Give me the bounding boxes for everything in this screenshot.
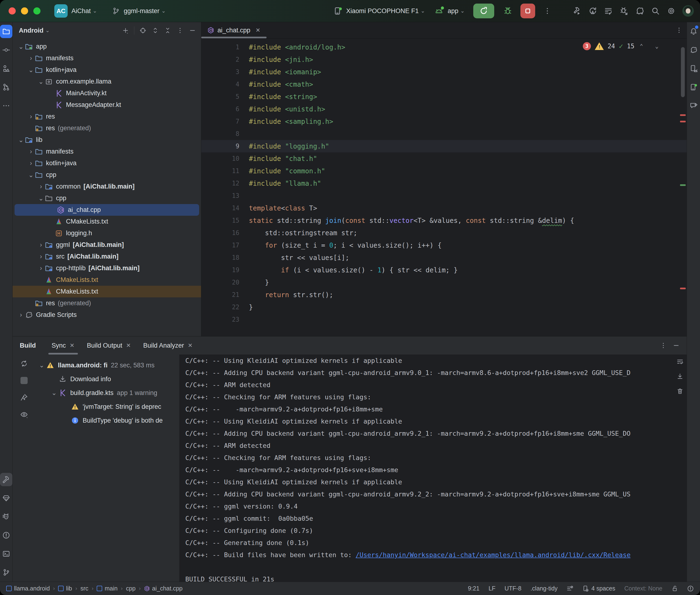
chevron-down-icon[interactable]: ⌄: [49, 389, 59, 397]
run-configuration-selector[interactable]: app ⌄: [435, 7, 465, 15]
chevron-down-icon[interactable]: ⌄: [27, 171, 35, 179]
rerun-button[interactable]: [473, 4, 494, 18]
inspection-widget[interactable]: 3 24 ✓ 15 ⌃ ⌄: [583, 42, 663, 50]
chevron-right-icon[interactable]: ›: [37, 264, 45, 272]
tree-item-gradle-scripts[interactable]: ›Gradle Scripts: [12, 309, 201, 321]
close-tab-icon[interactable]: ✕: [70, 342, 75, 349]
user-avatar[interactable]: [682, 5, 694, 17]
tree-item-ggml[interactable]: ›ggml[AiChat.lib.main]: [12, 239, 201, 251]
stop-build-icon[interactable]: [21, 377, 28, 384]
event-log[interactable]: [687, 585, 694, 592]
code-line-15[interactable]: 15static std::string join(const std::vec…: [201, 214, 687, 227]
project-view-selector[interactable]: Android: [19, 27, 43, 34]
lock-toggle[interactable]: [671, 585, 678, 592]
code-line-23[interactable]: 23: [201, 313, 687, 326]
panel-options-kebab-icon[interactable]: [660, 342, 667, 349]
indent-config[interactable]: 4 spaces: [582, 585, 615, 592]
chevron-right-icon[interactable]: ›: [27, 160, 35, 167]
tree-item-cmakelists-txt[interactable]: CMakeLists.txt: [12, 216, 201, 227]
code-line-18[interactable]: 18 str << values[i];: [201, 251, 687, 264]
code-area[interactable]: 3 24 ✓ 15 ⌃ ⌄ 1#include <android/log.h>2…: [201, 38, 687, 336]
code-line-11[interactable]: 11#include "common.h": [201, 165, 687, 177]
tree-item-src[interactable]: ›src[AiChat.lib.main]: [12, 251, 201, 262]
tool-app-quality-insights[interactable]: [0, 489, 12, 507]
breadcrumb-item-lib[interactable]: lib: [58, 585, 72, 592]
tree-item-res[interactable]: res(generated): [12, 298, 201, 309]
tree-item-res[interactable]: ›res: [12, 111, 201, 122]
build-tree-item-1[interactable]: Download info: [35, 372, 179, 386]
chevron-down-icon[interactable]: ⌄: [17, 136, 25, 144]
stop-button[interactable]: [521, 4, 535, 18]
breadcrumb-item-ai-chat-cpp[interactable]: ai_chat.cpp: [144, 585, 183, 592]
hide-panel-minus-icon[interactable]: [673, 342, 679, 349]
code-line-14[interactable]: 14template<class T>: [201, 202, 687, 214]
caret-position[interactable]: 9:21: [468, 585, 479, 592]
code-line-8[interactable]: 8: [201, 128, 687, 140]
chevron-down-icon[interactable]: ⌄: [37, 195, 45, 202]
clear-console-icon[interactable]: [677, 388, 683, 395]
chevron-down-icon[interactable]: ⌄: [17, 43, 25, 51]
close-window-button[interactable]: [8, 7, 16, 15]
device-selector[interactable]: Xiaomi POCOPHONE F1 ⌄: [334, 7, 425, 15]
project-selector[interactable]: AiChat ⌄: [68, 7, 97, 15]
tool-gemini[interactable]: [688, 96, 700, 115]
code-line-6[interactable]: 6#include <unistd.h>: [201, 103, 687, 115]
vcs-branch-selector[interactable]: ggml-master ⌄: [112, 7, 166, 15]
build-tree-item-4[interactable]: BuildType 'debug' is both de: [35, 414, 179, 427]
tool-problems[interactable]: [0, 526, 12, 544]
apply-changes-button[interactable]: [588, 7, 597, 15]
editor-options-kebab-icon[interactable]: [676, 27, 682, 34]
chevron-right-icon[interactable]: ›: [37, 183, 45, 190]
tree-item-ai-chat-cpp[interactable]: ai_chat.cpp: [15, 204, 199, 216]
breadcrumb-item-llama-android[interactable]: llama.android: [6, 585, 50, 592]
locate-file-button[interactable]: [138, 25, 148, 36]
expand-all-button[interactable]: [150, 25, 161, 36]
tree-item-kotlin-java[interactable]: ⌄kotlin+java: [12, 64, 201, 76]
file-encoding[interactable]: UTF-8: [504, 585, 521, 592]
scroll-to-end-icon[interactable]: [677, 373, 683, 380]
profiler-button[interactable]: [604, 7, 613, 15]
tree-item-messageadapter-kt[interactable]: MessageAdapter.kt: [12, 99, 201, 111]
code-line-19[interactable]: 19 if (i < values.size() - 1) { str << d…: [201, 264, 687, 276]
code-line-17[interactable]: 17 for (size_t i = 0; i < values.size();…: [201, 239, 687, 251]
error-stripe-mark[interactable]: [680, 288, 686, 289]
tree-item-cpp[interactable]: ⌄cpp: [12, 169, 201, 181]
tree-item-cpp[interactable]: ⌄cpp: [12, 192, 201, 204]
line-ending[interactable]: LF: [488, 585, 496, 592]
attach-debugger-button[interactable]: [620, 7, 628, 15]
soft-wrap-icon[interactable]: [677, 358, 683, 365]
context-indicator[interactable]: Context: None: [624, 585, 662, 592]
tool-build[interactable]: [0, 470, 12, 489]
code-line-4[interactable]: 4#include <cmath>: [201, 78, 687, 90]
build-tree-item-2[interactable]: ⌄build.gradle.ktsapp 1 warning: [35, 386, 179, 400]
code-line-16[interactable]: 16 std::ostringstream str;: [201, 227, 687, 239]
tool-terminal[interactable]: [0, 544, 12, 563]
pin-icon[interactable]: [20, 394, 28, 401]
build-tree-item-0[interactable]: ⌄llama.android: fi22 sec, 583 ms: [35, 358, 179, 372]
analyzer-status[interactable]: .clang-tidy: [530, 585, 558, 592]
code-line-12[interactable]: 12#include "llama.h": [201, 177, 687, 190]
chevron-right-icon[interactable]: ›: [37, 253, 45, 260]
panel-options-button[interactable]: [175, 25, 185, 36]
tool-more[interactable]: [0, 96, 12, 115]
tool-running-devices[interactable]: [688, 78, 700, 96]
run-options-menu[interactable]: [543, 7, 551, 15]
chevron-right-icon[interactable]: ›: [27, 148, 35, 155]
build-project-button[interactable]: [572, 7, 581, 15]
zoom-window-button[interactable]: [33, 7, 40, 15]
editor-scrollbar-thumb[interactable]: [681, 47, 685, 97]
tree-item-manifests[interactable]: ›manifests: [12, 146, 201, 158]
tool-logcat[interactable]: [0, 507, 12, 526]
tool-device-manager[interactable]: [688, 59, 700, 78]
editor-tab-ai-chat-cpp[interactable]: ai_chat.cpp ✕: [201, 22, 267, 38]
code-line-5[interactable]: 5#include <string>: [201, 90, 687, 103]
chevron-down-icon[interactable]: ⌄: [27, 66, 35, 74]
chevron-right-icon[interactable]: ›: [27, 113, 35, 120]
code-line-3[interactable]: 3#include <iomanip>: [201, 66, 687, 78]
close-tab-icon[interactable]: ✕: [256, 27, 260, 34]
code-line-9[interactable]: 9#include "logging.h": [201, 140, 687, 152]
chevron-down-icon[interactable]: ⌄: [37, 362, 47, 369]
chevron-right-icon[interactable]: ›: [27, 55, 35, 62]
add-button[interactable]: [120, 25, 131, 36]
tool-notifications[interactable]: [688, 22, 700, 41]
